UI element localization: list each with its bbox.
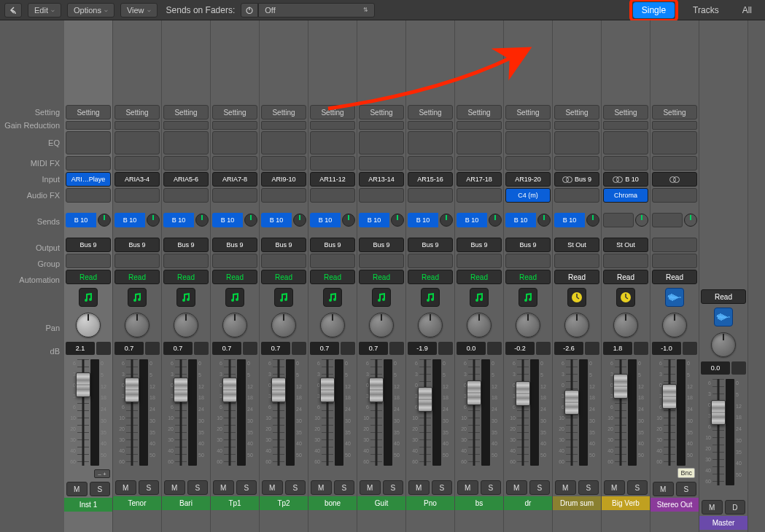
- output-slot[interactable]: Bus 9: [66, 238, 111, 252]
- solo-button[interactable]: S: [236, 480, 257, 495]
- setting-slot[interactable]: Setting: [66, 105, 111, 120]
- send-slot[interactable]: B 10: [261, 213, 306, 227]
- send-slot[interactable]: B 10: [114, 213, 160, 227]
- audio-fx-slot[interactable]: [163, 188, 209, 203]
- fader-track[interactable]: [712, 379, 724, 485]
- mute-button[interactable]: M: [115, 480, 136, 495]
- eq-slot[interactable]: [359, 131, 404, 154]
- solo-button[interactable]: S: [187, 480, 209, 495]
- send-knob[interactable]: [489, 214, 502, 227]
- fader-cap[interactable]: [564, 390, 579, 415]
- input-slot[interactable]: B 10: [603, 172, 648, 187]
- solo-button[interactable]: S: [334, 480, 355, 495]
- track-name[interactable]: Master: [699, 516, 747, 530]
- fader-track[interactable]: [468, 359, 480, 466]
- pan-knob[interactable]: [76, 313, 101, 337]
- send-slot[interactable]: B 10: [359, 213, 404, 227]
- send-knob[interactable]: [293, 214, 306, 227]
- setting-slot[interactable]: Setting: [603, 105, 648, 120]
- group-slot[interactable]: [554, 254, 599, 268]
- fader-cap[interactable]: [711, 400, 726, 425]
- pan-knob[interactable]: [174, 313, 198, 337]
- eq-slot[interactable]: [163, 131, 209, 154]
- fader-cap[interactable]: [467, 380, 481, 405]
- send-slot[interactable]: B 10: [212, 213, 257, 227]
- track-name[interactable]: Inst 1: [64, 498, 112, 512]
- send-slot[interactable]: B 10: [457, 213, 502, 227]
- group-slot[interactable]: [359, 254, 404, 268]
- solo-button[interactable]: S: [676, 482, 697, 496]
- fader-cap[interactable]: [516, 381, 530, 406]
- input-slot[interactable]: Bus 9: [554, 172, 599, 187]
- fader-track[interactable]: [615, 359, 626, 466]
- eq-slot[interactable]: [505, 131, 551, 154]
- solo-button[interactable]: S: [529, 480, 551, 495]
- send-slot[interactable]: B 10: [66, 213, 111, 227]
- mute-button[interactable]: M: [213, 480, 234, 495]
- audio-fx-slot[interactable]: [66, 188, 111, 203]
- fader-track[interactable]: [175, 359, 187, 466]
- db-value[interactable]: 2.1: [66, 342, 95, 355]
- input-slot[interactable]: AR15-16: [408, 172, 453, 187]
- midi-fx-slot[interactable]: [163, 156, 209, 171]
- view-menu[interactable]: View⌵: [120, 3, 158, 17]
- pan-knob[interactable]: [320, 313, 345, 337]
- setting-slot[interactable]: Setting: [359, 105, 404, 120]
- edit-menu[interactable]: Edit⌵: [28, 3, 61, 17]
- solo-button[interactable]: S: [627, 480, 648, 495]
- solo-button[interactable]: S: [383, 480, 404, 495]
- pan-knob[interactable]: [613, 313, 638, 337]
- automation-mode[interactable]: Read: [114, 270, 160, 284]
- input-slot[interactable]: ARIA3-4: [114, 172, 160, 187]
- setting-slot[interactable]: Setting: [554, 105, 599, 120]
- eq-slot[interactable]: [457, 131, 502, 154]
- track-name[interactable]: Bari: [162, 496, 210, 510]
- send-slot[interactable]: B 10: [505, 213, 551, 227]
- mute-button[interactable]: M: [66, 482, 88, 496]
- midi-fx-slot[interactable]: [212, 156, 257, 171]
- group-slot[interactable]: [408, 254, 453, 268]
- track-name[interactable]: Drum sum: [553, 496, 601, 510]
- group-slot[interactable]: [163, 254, 209, 268]
- fader-track[interactable]: [126, 359, 138, 466]
- options-menu[interactable]: Options⌵: [67, 3, 114, 17]
- db-value[interactable]: 0.7: [163, 342, 193, 355]
- fader-track[interactable]: [370, 359, 382, 466]
- group-slot[interactable]: [603, 254, 648, 268]
- automation-mode[interactable]: Read: [310, 270, 355, 284]
- pan-knob[interactable]: [125, 313, 149, 337]
- fader-cap[interactable]: [613, 374, 628, 399]
- track-name[interactable]: Pno: [406, 496, 454, 510]
- automation-mode[interactable]: Read: [359, 270, 404, 284]
- midi-fx-slot[interactable]: [603, 156, 648, 171]
- send-slot[interactable]: [603, 213, 648, 227]
- sends-power-button[interactable]: [241, 3, 258, 17]
- midi-fx-slot[interactable]: [114, 156, 160, 171]
- output-slot[interactable]: St Out: [554, 238, 599, 252]
- group-slot[interactable]: [505, 254, 551, 268]
- setting-slot[interactable]: Setting: [163, 105, 209, 120]
- pan-knob[interactable]: [418, 313, 443, 337]
- input-slot[interactable]: ARIA7-8: [212, 172, 257, 187]
- automation-mode[interactable]: Read: [652, 270, 697, 284]
- mute-button[interactable]: M: [262, 480, 283, 495]
- send-knob[interactable]: [244, 214, 257, 227]
- midi-fx-slot[interactable]: [408, 156, 453, 171]
- output-slot[interactable]: Bus 9: [163, 238, 209, 252]
- fader-track[interactable]: [566, 359, 578, 466]
- midi-fx-slot[interactable]: [554, 156, 599, 171]
- view-mode-all[interactable]: All: [734, 2, 761, 18]
- db-value[interactable]: 0.0: [701, 361, 730, 375]
- fader-track[interactable]: [322, 359, 333, 466]
- track-name[interactable]: Stereo Out: [651, 498, 699, 512]
- audio-fx-slot[interactable]: Chroma: [603, 188, 648, 203]
- send-knob[interactable]: [684, 214, 697, 227]
- audio-fx-slot[interactable]: [652, 188, 697, 203]
- view-mode-single[interactable]: Single: [633, 2, 675, 18]
- pan-knob[interactable]: [516, 313, 540, 337]
- track-name[interactable]: bone: [308, 496, 357, 510]
- db-value[interactable]: 0.7: [212, 342, 241, 355]
- db-value[interactable]: 0.7: [114, 342, 144, 355]
- group-slot[interactable]: [457, 254, 502, 268]
- sends-on-faders-select[interactable]: Off ⇅: [258, 3, 375, 17]
